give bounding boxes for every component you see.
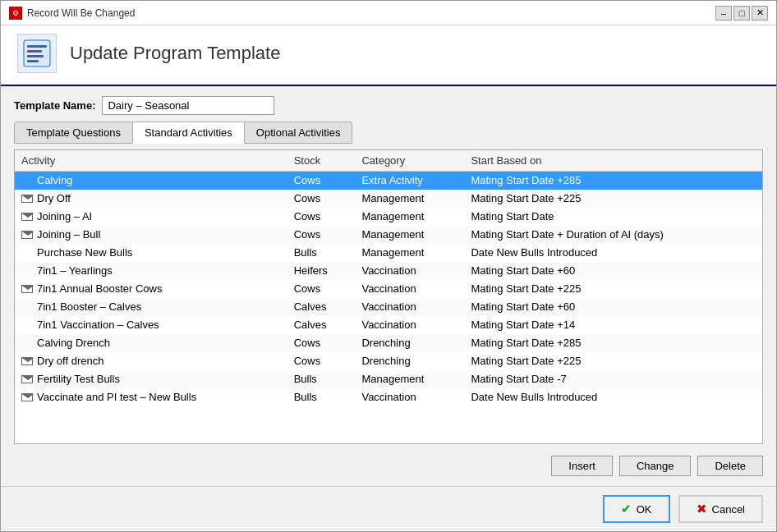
- cancel-button[interactable]: ✖ Cancel: [678, 495, 763, 523]
- cell-category: Management: [355, 226, 464, 244]
- cell-category: Vaccination: [355, 280, 464, 298]
- cell-category: Vaccination: [355, 298, 464, 316]
- table-row[interactable]: Dry OffCowsManagementMating Start Date +…: [15, 190, 762, 208]
- cell-activity: Vaccinate and PI test – New Bulls: [15, 388, 287, 406]
- x-icon: ✖: [697, 502, 707, 516]
- col-category: Category: [355, 150, 464, 172]
- cell-category: Extra Activity: [355, 172, 464, 190]
- cell-category: Management: [355, 190, 464, 208]
- col-stock: Stock: [287, 150, 356, 172]
- table-row[interactable]: Vaccinate and PI test – New BullsBullsVa…: [15, 388, 762, 406]
- cell-start-based-on: Date New Bulls Introduced: [464, 244, 762, 262]
- cell-start-based-on: Mating Start Date + Duration of AI (days…: [464, 226, 762, 244]
- maximize-button[interactable]: □: [733, 6, 750, 21]
- cell-stock: Cows: [287, 334, 356, 352]
- page-title: Update Program Template: [70, 43, 280, 64]
- cell-category: Drenching: [355, 352, 464, 370]
- main-window: ⚙ Record Will Be Changed – □ ✕ Update Pr…: [0, 0, 777, 532]
- table-row[interactable]: Joining – BullCowsManagementMating Start…: [15, 226, 762, 244]
- cell-start-based-on: Mating Start Date +225: [464, 352, 762, 370]
- template-name-label: Template Name:: [14, 99, 95, 112]
- template-name-input[interactable]: [102, 96, 274, 115]
- header-icon: [17, 34, 57, 73]
- cell-category: Vaccination: [355, 262, 464, 280]
- cell-start-based-on: Mating Start Date +225: [464, 280, 762, 298]
- table-row[interactable]: Purchase New BullsBullsManagementDate Ne…: [15, 244, 762, 262]
- cell-start-based-on: Mating Start Date +285: [464, 334, 762, 352]
- cell-stock: Bulls: [287, 370, 356, 388]
- cell-activity: Fertility Test Bulls: [15, 370, 287, 388]
- cell-activity: Joining – AI: [15, 208, 287, 226]
- check-icon: ✔: [621, 502, 632, 516]
- table-row[interactable]: Dry off drenchCowsDrenchingMating Start …: [15, 352, 762, 370]
- email-icon: [21, 213, 33, 221]
- cell-stock: Calves: [287, 298, 356, 316]
- table-row[interactable]: 7in1 Vaccination – CalvesCalvesVaccinati…: [15, 316, 762, 334]
- cell-stock: Cows: [287, 280, 356, 298]
- cell-category: Management: [355, 208, 464, 226]
- email-icon: [21, 393, 33, 401]
- cell-category: Vaccination: [355, 388, 464, 406]
- cell-stock: Calves: [287, 316, 356, 334]
- table-row[interactable]: Fertility Test BullsBullsManagementMatin…: [15, 370, 762, 388]
- cell-start-based-on: Date New Bulls Introduced: [464, 388, 762, 406]
- cell-activity: Purchase New Bulls: [15, 244, 287, 262]
- table-row[interactable]: 7in1 Annual Booster CowsCowsVaccinationM…: [15, 280, 762, 298]
- cell-activity: 7in1 Vaccination – Calves: [15, 316, 287, 334]
- cell-stock: Bulls: [287, 244, 356, 262]
- email-icon: [21, 195, 33, 203]
- tab-optional-activities[interactable]: Optional Activities: [244, 122, 353, 144]
- email-icon: [21, 375, 33, 383]
- svg-rect-2: [27, 50, 42, 53]
- title-bar-left: ⚙ Record Will Be Changed: [9, 7, 135, 20]
- header-section: Update Program Template: [1, 25, 776, 86]
- cell-stock: Cows: [287, 172, 356, 190]
- cell-category: Drenching: [355, 334, 464, 352]
- ok-label: OK: [637, 503, 652, 516]
- table-row[interactable]: Calving DrenchCowsDrenchingMating Start …: [15, 334, 762, 352]
- title-bar: ⚙ Record Will Be Changed – □ ✕: [1, 1, 776, 25]
- email-icon: [21, 285, 33, 293]
- window-title: Record Will Be Changed: [27, 7, 135, 19]
- tab-template-questions[interactable]: Template Questions: [14, 122, 133, 144]
- delete-button[interactable]: Delete: [697, 456, 763, 476]
- cell-category: Management: [355, 244, 464, 262]
- col-start-based-on: Start Based on: [464, 150, 762, 172]
- cell-stock: Cows: [287, 190, 356, 208]
- table-row[interactable]: 7in1 – YearlingsHeifersVaccinationMating…: [15, 262, 762, 280]
- cell-start-based-on: Mating Start Date +60: [464, 262, 762, 280]
- minimize-button[interactable]: –: [715, 6, 732, 21]
- title-bar-controls: – □ ✕: [715, 6, 768, 21]
- table-row[interactable]: CalvingCowsExtra ActivityMating Start Da…: [15, 172, 762, 190]
- tab-standard-activities[interactable]: Standard Activities: [132, 122, 245, 144]
- cell-start-based-on: Mating Start Date +60: [464, 298, 762, 316]
- template-name-row: Template Name:: [14, 96, 763, 115]
- cell-start-based-on: Mating Start Date +14: [464, 316, 762, 334]
- table-row[interactable]: 7in1 Booster – CalvesCalvesVaccinationMa…: [15, 298, 762, 316]
- svg-rect-3: [27, 55, 44, 57]
- cancel-label: Cancel: [712, 503, 745, 516]
- close-button[interactable]: ✕: [752, 6, 768, 21]
- tabs-row: Template Questions Standard Activities O…: [14, 122, 763, 144]
- ok-button[interactable]: ✔ OK: [603, 495, 670, 523]
- app-icon: ⚙: [9, 7, 22, 20]
- insert-button[interactable]: Insert: [551, 456, 613, 476]
- cell-activity: Calving Drench: [15, 334, 287, 352]
- email-icon: [21, 357, 33, 365]
- cell-stock: Heifers: [287, 262, 356, 280]
- cell-activity: Calving: [15, 172, 287, 190]
- cell-start-based-on: Mating Start Date +285: [464, 172, 762, 190]
- cell-start-based-on: Mating Start Date +225: [464, 190, 762, 208]
- action-buttons-row: Insert Change Delete: [14, 456, 763, 476]
- svg-rect-0: [24, 40, 50, 66]
- cell-start-based-on: Mating Start Date: [464, 208, 762, 226]
- change-button[interactable]: Change: [619, 456, 692, 476]
- table-row[interactable]: Joining – AICowsManagementMating Start D…: [15, 208, 762, 226]
- cell-category: Vaccination: [355, 316, 464, 334]
- cell-activity: 7in1 – Yearlings: [15, 262, 287, 280]
- activities-table-container: Activity Stock Category Start Based on C…: [14, 149, 763, 444]
- cell-stock: Bulls: [287, 388, 356, 406]
- cell-activity: Joining – Bull: [15, 226, 287, 244]
- col-activity: Activity: [15, 150, 287, 172]
- table-header-row: Activity Stock Category Start Based on: [15, 150, 762, 172]
